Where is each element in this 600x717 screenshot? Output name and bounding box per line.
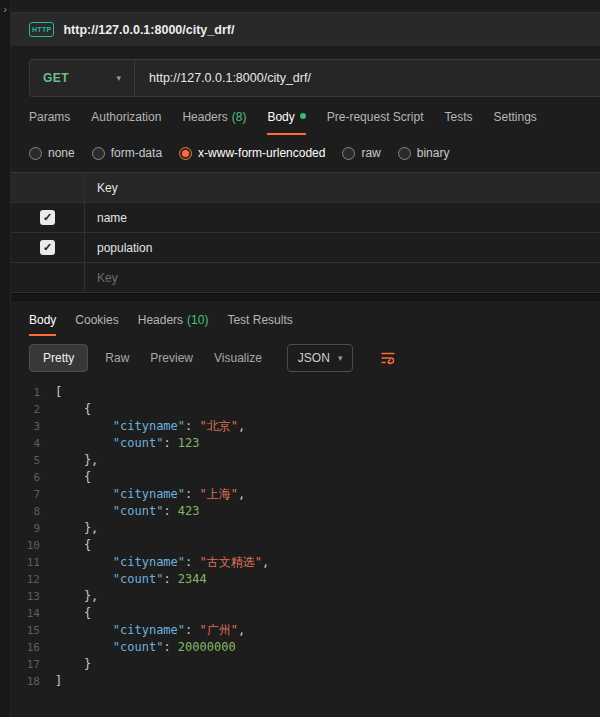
code-text: { [55, 401, 91, 418]
code-text: "cityname": "广州", [55, 622, 245, 639]
code-text: { [55, 469, 91, 486]
code-text: { [55, 537, 91, 554]
code-text: ] [55, 673, 62, 690]
response-tab-body[interactable]: Body [29, 313, 56, 336]
code-line: 8 "count": 423 [11, 503, 600, 520]
code-text: "cityname": "古文精选", [55, 554, 269, 571]
body-mode-x-www-form-urlencoded[interactable]: x-www-form-urlencoded [179, 146, 325, 160]
tab-label: Body [29, 313, 56, 327]
row-checkbox-checked[interactable]: ✓ [40, 210, 55, 225]
body-mode-form-data[interactable]: form-data [92, 146, 162, 160]
radio-icon [92, 147, 105, 160]
code-text: [ [55, 384, 62, 401]
view-label: Pretty [43, 351, 74, 365]
checkbox-cell [11, 263, 85, 292]
tab-label: Params [29, 110, 70, 124]
line-number: 3 [11, 418, 55, 435]
line-number: 2 [11, 401, 55, 418]
body-mode-raw[interactable]: raw [342, 146, 380, 160]
tab-label: Headers [138, 313, 183, 327]
view-label: Visualize [214, 351, 262, 365]
tab-pre-request-script[interactable]: Pre-request Script [327, 110, 424, 135]
line-number: 1 [11, 384, 55, 401]
code-line: 18] [11, 673, 600, 690]
key-placeholder: Key [97, 271, 118, 285]
code-line: 7 "cityname": "上海", [11, 486, 600, 503]
view-pretty-button[interactable]: Pretty [29, 344, 88, 372]
table-row: ✓ population [11, 233, 600, 263]
main-panel: HTTP http://127.0.0.1:8000/city_drf/ GET… [11, 0, 600, 717]
tab-tests[interactable]: Tests [444, 110, 472, 135]
url-input[interactable]: http://127.0.0.1:8000/city_drf/ [135, 60, 600, 96]
key-cell[interactable]: population [85, 233, 600, 262]
radio-icon [29, 147, 42, 160]
response-headers-count-badge: (10) [187, 313, 208, 327]
method-select[interactable]: GET ▾ [30, 60, 135, 96]
checkbox-cell: ✓ [11, 203, 85, 232]
radio-icon [398, 147, 411, 160]
view-preview-button[interactable]: Preview [146, 344, 197, 372]
response-tab-test-results[interactable]: Test Results [227, 313, 292, 336]
response-tab-headers[interactable]: Headers(10) [138, 313, 209, 336]
tab-label: Tests [444, 110, 472, 124]
line-number: 6 [11, 469, 55, 486]
code-line: 2 { [11, 401, 600, 418]
sidebar-collapsed-rail[interactable]: › [0, 0, 11, 717]
chevron-down-icon: ▾ [116, 73, 121, 83]
line-number: 13 [11, 588, 55, 605]
tab-label: Body [267, 110, 294, 124]
view-raw-button[interactable]: Raw [101, 344, 133, 372]
tab-headers[interactable]: Headers(8) [182, 110, 246, 135]
mode-label: form-data [111, 146, 162, 160]
panel-divider[interactable] [11, 293, 600, 301]
response-tabs: Body Cookies Headers(10) Test Results [11, 301, 600, 336]
code-line: 11 "cityname": "古文精选", [11, 554, 600, 571]
code-text: "count": 20000000 [55, 639, 236, 656]
format-label: JSON [298, 351, 330, 365]
line-number: 14 [11, 605, 55, 622]
tab-params[interactable]: Params [29, 110, 70, 135]
table-header-row: Key [11, 173, 600, 203]
request-tab-strip: HTTP http://127.0.0.1:8000/city_drf/ [11, 12, 600, 47]
url-text: http://127.0.0.1:8000/city_drf/ [149, 71, 311, 85]
tab-authorization[interactable]: Authorization [91, 110, 161, 135]
view-label: Preview [150, 351, 193, 365]
key-column-header: Key [85, 173, 600, 202]
code-line: 6 { [11, 469, 600, 486]
request-tab-title[interactable]: http://127.0.0.1:8000/city_drf/ [63, 23, 234, 37]
code-text: }, [55, 452, 98, 469]
line-number: 16 [11, 639, 55, 656]
tab-label: Test Results [227, 313, 292, 327]
form-data-table: Key ✓ name ✓ population Key [11, 172, 600, 293]
code-line: 12 "count": 2344 [11, 571, 600, 588]
tab-settings[interactable]: Settings [494, 110, 537, 135]
tab-label: Authorization [91, 110, 161, 124]
key-value: name [97, 211, 127, 225]
tab-body[interactable]: Body [267, 110, 305, 135]
mode-label: raw [361, 146, 380, 160]
line-number: 10 [11, 537, 55, 554]
code-line: 5 }, [11, 452, 600, 469]
response-body-viewer[interactable]: 1[2 {3 "cityname": "北京",4 "count": 1235 … [11, 378, 600, 717]
line-number: 9 [11, 520, 55, 537]
code-text: "cityname": "上海", [55, 486, 245, 503]
row-checkbox-checked[interactable]: ✓ [40, 240, 55, 255]
code-text: "count": 123 [55, 435, 200, 452]
key-value: population [97, 241, 152, 255]
code-text: }, [55, 588, 98, 605]
body-mode-binary[interactable]: binary [398, 146, 450, 160]
body-mode-group: none form-data x-www-form-urlencoded raw… [29, 146, 582, 160]
key-cell[interactable]: name [85, 203, 600, 232]
code-text: "cityname": "北京", [55, 418, 245, 435]
expand-sidebar-icon[interactable]: › [3, 3, 7, 15]
app-window: › HTTP http://127.0.0.1:8000/city_drf/ G… [0, 0, 600, 717]
key-cell-placeholder[interactable]: Key [85, 263, 600, 292]
view-visualize-button[interactable]: Visualize [210, 344, 266, 372]
code-line: 14 { [11, 605, 600, 622]
response-tab-cookies[interactable]: Cookies [75, 313, 118, 336]
body-mode-none[interactable]: none [29, 146, 75, 160]
code-text: }, [55, 520, 98, 537]
format-select[interactable]: JSON ▾ [287, 344, 354, 372]
radio-selected-icon [179, 147, 192, 160]
wrap-text-icon[interactable] [380, 350, 396, 366]
